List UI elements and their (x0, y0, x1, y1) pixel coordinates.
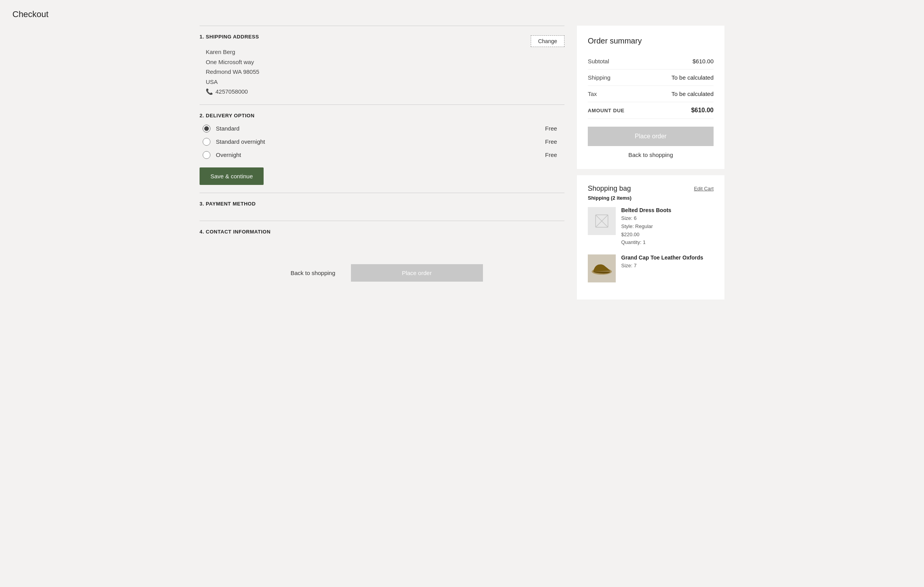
contact-information-section: 4. CONTACT INFORMATION (200, 221, 564, 249)
shipping-row: Shipping To be calculated (588, 70, 714, 86)
delivery-option-overnight-label[interactable]: Overnight (216, 152, 540, 158)
cart-item-oxfords-details: Grand Cap Toe Leather Oxfords Size: 7 (621, 254, 714, 282)
tax-label: Tax (588, 91, 597, 97)
cart-item-oxfords-image (588, 254, 616, 282)
back-to-shopping-button-bottom[interactable]: Back to shopping (281, 265, 344, 281)
address-city: Redmond WA 98055 (206, 67, 564, 77)
shipping-value: To be calculated (672, 74, 714, 81)
amount-due-value: $610.00 (691, 107, 714, 114)
subtotal-label: Subtotal (588, 58, 609, 64)
cart-item-boots-price: $220.00 (621, 231, 714, 239)
edit-cart-button[interactable]: Edit Cart (694, 186, 714, 192)
cart-item-boots: Belted Dress Boots Size: 6 Style: Regula… (588, 207, 714, 247)
back-to-shopping-button-sidebar[interactable]: Back to shopping (588, 152, 714, 158)
address-block: Karen Berg One Microsoft way Redmond WA … (206, 47, 564, 97)
save-continue-button[interactable]: Save & continue (200, 167, 264, 185)
amount-due-row: AMOUNT DUE $610.00 (588, 102, 714, 119)
cart-item-boots-size: Size: 6 (621, 214, 714, 223)
main-content: 1. SHIPPING ADDRESS Change Karen Berg On… (200, 26, 564, 289)
shipping-items-label: Shipping (2 items) (588, 195, 714, 201)
cart-item-boots-details: Belted Dress Boots Size: 6 Style: Regula… (621, 207, 714, 247)
shipping-address-section: 1. SHIPPING ADDRESS Change Karen Berg On… (200, 26, 564, 105)
place-order-button-bottom[interactable]: Place order (351, 264, 483, 282)
address-street: One Microsoft way (206, 57, 564, 67)
delivery-option-overnight-price: Free (545, 152, 564, 158)
payment-method-section: 3. PAYMENT METHOD (200, 193, 564, 221)
delivery-option-standard-price: Free (545, 125, 564, 132)
amount-due-label: AMOUNT DUE (588, 108, 625, 113)
cart-item-boots-style: Style: Regular (621, 223, 714, 231)
radio-standard[interactable] (203, 125, 210, 132)
payment-method-title: 3. PAYMENT METHOD (200, 201, 564, 207)
subtotal-value: $610.00 (693, 58, 714, 64)
delivery-option-standard-overnight-label[interactable]: Standard overnight (216, 138, 540, 145)
sidebar: Order summary Subtotal $610.00 Shipping … (577, 26, 724, 300)
place-order-button[interactable]: Place order (588, 127, 714, 146)
shopping-bag-card: Shopping bag Edit Cart Shipping (2 items… (577, 175, 724, 300)
delivery-option-overnight: Overnight Free (203, 151, 564, 159)
order-summary-card: Order summary Subtotal $610.00 Shipping … (577, 26, 724, 169)
cart-item-boots-quantity: Quantity: 1 (621, 239, 714, 247)
shipping-label: Shipping (588, 74, 610, 81)
radio-standard-overnight[interactable] (203, 138, 210, 146)
delivery-option-standard-label[interactable]: Standard (216, 125, 540, 132)
cart-item-oxfords-name: Grand Cap Toe Leather Oxfords (621, 254, 714, 261)
cart-item-oxfords: Grand Cap Toe Leather Oxfords Size: 7 (588, 254, 714, 282)
shipping-address-title: 1. SHIPPING ADDRESS (200, 34, 259, 40)
delivery-option-section: 2. DELIVERY OPTION Standard Free Standar… (200, 105, 564, 193)
tax-value: To be calculated (672, 91, 714, 97)
cart-item-oxfords-size: Size: 7 (621, 262, 714, 270)
shopping-bag-header: Shopping bag Edit Cart (588, 185, 714, 193)
delivery-options-list: Standard Free Standard overnight Free Ov… (203, 125, 564, 159)
address-country: USA (206, 77, 564, 87)
tax-row: Tax To be calculated (588, 86, 714, 102)
bottom-actions: Back to shopping Place order (200, 264, 564, 289)
shopping-bag-title: Shopping bag (588, 185, 631, 193)
delivery-option-standard-overnight-price: Free (545, 138, 564, 145)
delivery-option-standard: Standard Free (203, 125, 564, 132)
order-summary-title: Order summary (588, 37, 714, 45)
cart-item-boots-name: Belted Dress Boots (621, 207, 714, 213)
change-address-button[interactable]: Change (531, 35, 564, 47)
address-phone: 📞 4257058000 (206, 87, 564, 97)
radio-overnight[interactable] (203, 151, 210, 159)
delivery-option-standard-overnight: Standard overnight Free (203, 138, 564, 146)
cart-item-boots-image (588, 207, 616, 235)
subtotal-row: Subtotal $610.00 (588, 53, 714, 70)
contact-information-title: 4. CONTACT INFORMATION (200, 229, 564, 235)
address-name: Karen Berg (206, 47, 564, 57)
delivery-option-title: 2. DELIVERY OPTION (200, 113, 564, 118)
page-title: Checkout (0, 0, 924, 26)
phone-icon: 📞 (206, 87, 213, 97)
